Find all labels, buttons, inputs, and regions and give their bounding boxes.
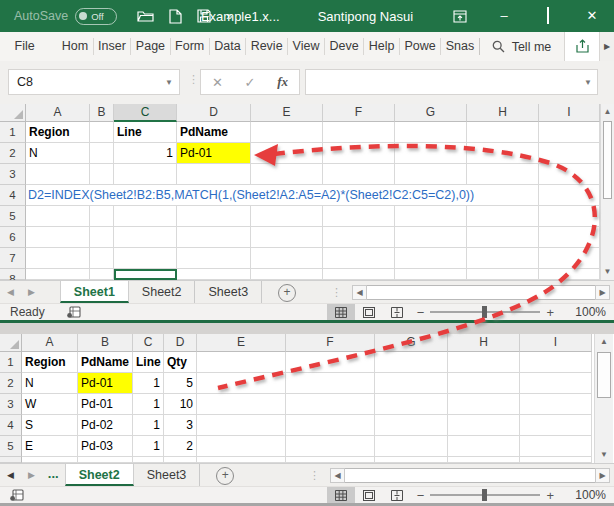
cell[interactable] <box>375 394 448 415</box>
scroll-down-icon[interactable]: ▼ <box>601 264 614 280</box>
horizontal-scrollbar[interactable]: ⋮ ◀ ▶ <box>309 464 610 486</box>
new-sheet-icon[interactable]: + <box>278 284 296 302</box>
zoom-out-icon[interactable]: − <box>411 305 431 320</box>
tab-scroll-left-icon[interactable]: ◀ <box>0 464 21 486</box>
tab-review[interactable]: Revie <box>246 38 288 55</box>
row-header-5[interactable]: 5 <box>0 206 26 227</box>
tab-scroll-left-icon[interactable]: ◀ <box>0 281 21 303</box>
cell[interactable] <box>395 269 467 280</box>
cell-d1[interactable]: PdName <box>177 122 251 143</box>
cell-a4[interactable]: S <box>22 415 78 436</box>
column-header-g[interactable]: G <box>375 334 448 352</box>
cell-a5[interactable]: E <box>22 436 78 457</box>
cell[interactable] <box>395 122 467 143</box>
cell-d3[interactable]: 10 <box>164 394 197 415</box>
cell-c2[interactable]: 1 <box>114 143 177 164</box>
row-header-2[interactable]: 2 <box>0 373 22 394</box>
column-header-c[interactable]: C <box>133 334 164 352</box>
cell[interactable] <box>286 352 375 373</box>
column-header-b[interactable]: B <box>90 104 114 122</box>
row-header-2[interactable]: 2 <box>0 143 26 164</box>
horizontal-scrollbar[interactable]: ⋮ ◀ ▶ <box>331 281 610 303</box>
cell[interactable] <box>26 206 90 227</box>
cell[interactable] <box>26 269 90 280</box>
column-header-g[interactable]: G <box>395 104 467 122</box>
cell[interactable] <box>114 206 177 227</box>
cell[interactable] <box>323 269 395 280</box>
scrollbar-thumb[interactable] <box>603 121 612 199</box>
cell[interactable] <box>539 143 600 164</box>
cell[interactable] <box>177 206 251 227</box>
cell-c1[interactable]: Line <box>133 352 164 373</box>
tab-view[interactable]: View <box>288 38 325 55</box>
sheet-tab-sheet2[interactable]: Sheet2 <box>65 464 134 486</box>
tab-insert[interactable]: Inser <box>94 38 132 55</box>
open-folder-icon[interactable] <box>137 9 154 23</box>
tab-formulas[interactable]: Form <box>171 38 210 55</box>
cell-a1[interactable]: Region <box>26 122 90 143</box>
cell[interactable] <box>197 373 286 394</box>
cell[interactable] <box>539 248 600 269</box>
zoom-level[interactable]: 100% <box>568 305 606 319</box>
cell-d2[interactable]: 5 <box>164 373 197 394</box>
cell[interactable] <box>448 373 520 394</box>
selected-cell-c8[interactable] <box>114 269 177 280</box>
row-header-8[interactable]: 8 <box>0 269 26 280</box>
scroll-up-icon[interactable]: ▲ <box>595 334 613 350</box>
row-header-5[interactable]: 5 <box>0 436 22 457</box>
cell[interactable] <box>539 122 600 143</box>
zoom-out-icon[interactable]: − <box>411 488 431 503</box>
zoom-slider[interactable] <box>430 311 540 313</box>
hscroll-thumb[interactable] <box>345 468 595 483</box>
cell[interactable] <box>197 352 286 373</box>
cell-a2[interactable]: N <box>22 373 78 394</box>
column-header-e[interactable]: E <box>197 334 286 352</box>
zoom-in-icon[interactable]: + <box>540 305 560 320</box>
cell[interactable] <box>197 394 286 415</box>
tab-power[interactable]: Powe <box>400 38 441 55</box>
cell[interactable] <box>251 227 323 248</box>
hscroll-thumb[interactable] <box>367 285 595 300</box>
zoom-in-icon[interactable]: + <box>540 488 560 503</box>
row-header-1[interactable]: 1 <box>0 352 22 373</box>
scrollbar-thumb[interactable] <box>597 352 611 398</box>
cell-d5[interactable]: 2 <box>164 436 197 457</box>
sheet-tab-sheet2[interactable]: Sheet2 <box>129 281 196 303</box>
zoom-level[interactable]: 100% <box>568 488 606 502</box>
row-header-4[interactable]: 4 <box>0 415 22 436</box>
row-header-3[interactable]: 3 <box>0 164 26 185</box>
cell[interactable] <box>323 248 395 269</box>
page-layout-view-icon[interactable] <box>355 304 383 321</box>
cell[interactable] <box>467 164 539 185</box>
row-header-7[interactable]: 7 <box>0 248 26 269</box>
row-header-6[interactable]: 6 <box>0 227 26 248</box>
cell[interactable] <box>323 164 395 185</box>
row-header-3[interactable]: 3 <box>0 394 22 415</box>
cell[interactable] <box>395 164 467 185</box>
cell-a3[interactable]: W <box>22 394 78 415</box>
cancel-entry-icon[interactable]: ✕ <box>212 75 223 90</box>
cell-b5[interactable]: Pd-03 <box>78 436 133 457</box>
cell[interactable] <box>448 415 520 436</box>
cell[interactable] <box>90 269 114 280</box>
tab-file[interactable]: File <box>10 38 39 55</box>
cell[interactable] <box>375 373 448 394</box>
cell[interactable] <box>520 436 592 457</box>
cell[interactable] <box>286 415 375 436</box>
column-header-h[interactable]: H <box>448 334 520 352</box>
cell[interactable] <box>90 122 114 143</box>
hscroll-right-icon[interactable]: ▶ <box>595 468 610 483</box>
cell-a4[interactable]: D2=INDEX(Sheet2!B2:B5,MATCH(1,(Sheet2!A2… <box>26 185 90 206</box>
cell[interactable] <box>375 436 448 457</box>
cell[interactable] <box>197 436 286 457</box>
cell-d2-highlighted[interactable]: Pd-01 <box>177 143 251 164</box>
cell[interactable] <box>177 269 251 280</box>
sheet-tab-sheet3[interactable]: Sheet3 <box>195 281 262 303</box>
column-header-f[interactable]: F <box>286 334 375 352</box>
cell[interactable] <box>539 164 600 185</box>
cell[interactable] <box>375 352 448 373</box>
tab-scroll-right-icon[interactable]: ▶ <box>21 281 42 303</box>
cell[interactable] <box>251 143 323 164</box>
cell[interactable] <box>395 227 467 248</box>
cell[interactable] <box>90 164 114 185</box>
